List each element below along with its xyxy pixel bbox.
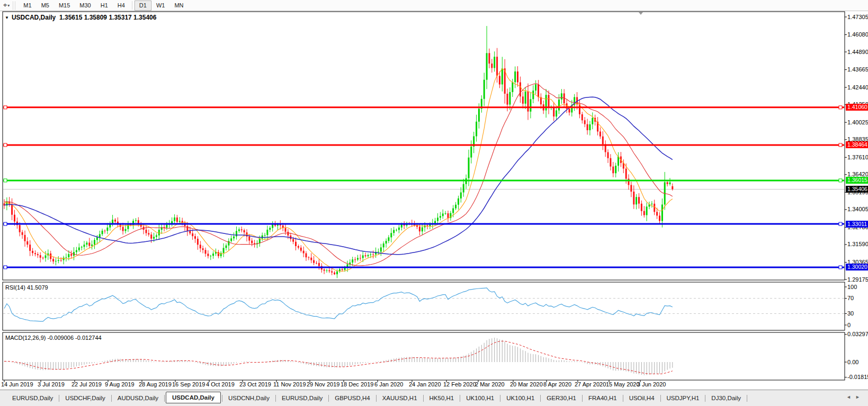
- main-pane-border: [3, 12, 845, 280]
- chart-tab-GER30-H1[interactable]: GER30,H1: [542, 393, 581, 403]
- price-tick-label: 1.43665: [847, 66, 868, 73]
- macd-pane-border: [3, 332, 845, 380]
- level-handle[interactable]: [839, 179, 842, 182]
- chart-tab-DJ30-Daily[interactable]: DJ30,Daily: [706, 393, 746, 403]
- price-tick-label: 1.42440: [847, 84, 868, 91]
- macd-scale-label: 0.032972: [847, 331, 868, 338]
- chart-tab-USDJPY-H1[interactable]: USDJPY,H1: [662, 393, 704, 403]
- date-label: 20 Mar 2020: [510, 381, 543, 387]
- tab-scroll-right-icon[interactable]: ►: [855, 394, 860, 400]
- price-level-label[interactable]: 1.36015: [846, 177, 868, 184]
- date-label: 29 Nov 2019: [307, 381, 339, 387]
- level-handle[interactable]: [4, 106, 7, 109]
- level-handle[interactable]: [4, 143, 7, 147]
- chart-shift-marker[interactable]: [639, 12, 643, 15]
- tab-separator: [376, 395, 377, 402]
- rsi-scale-label: 100: [847, 284, 857, 291]
- tab-separator: [705, 395, 705, 402]
- price-tick-label: 1.37610: [847, 154, 868, 161]
- tab-separator: [59, 395, 59, 402]
- level-handle[interactable]: [839, 266, 842, 269]
- tab-scroll-left-icon[interactable]: ◄: [846, 394, 851, 400]
- tab-separator: [275, 395, 276, 402]
- chart-tab-USOil-H4[interactable]: USOil,H4: [624, 393, 659, 403]
- date-label: 11 Nov 2019: [273, 381, 306, 387]
- chart-ohlc-values: 1.35615 1.35809 1.35317 1.35406: [59, 14, 157, 21]
- chart-tab-FRA40-H1[interactable]: FRA40,H1: [584, 393, 622, 403]
- chart-title: ▼USDCAD,Daily 1.35615 1.35809 1.35317 1.…: [5, 14, 156, 21]
- rsi-scale-label: 0: [847, 322, 851, 329]
- price-level-label[interactable]: 1.41060: [846, 104, 868, 111]
- date-label: 28 Aug 2019: [139, 381, 172, 387]
- date-label: 15 May 2020: [606, 381, 640, 387]
- chart-tab-USDCAD-Daily[interactable]: USDCAD,Daily: [166, 392, 221, 403]
- price-level-label[interactable]: 1.33011: [846, 221, 868, 228]
- macd-indicator-label: MACD(12,26,9) -0.009006 -0.012744: [5, 335, 102, 341]
- level-handle[interactable]: [839, 222, 842, 225]
- tab-scroll-arrows: ◄ ►: [846, 394, 860, 400]
- date-label: 12 Feb 2020: [443, 381, 476, 387]
- symbol-dropdown-icon[interactable]: ▼: [5, 15, 9, 20]
- date-label: 3 Jun 2020: [637, 381, 666, 387]
- chart-tab-AUDUSD-Daily[interactable]: AUDUSD,Daily: [113, 393, 163, 403]
- chart-tab-USDCHF-Daily[interactable]: USDCHF,Daily: [60, 393, 110, 403]
- rsi-scale-label: 70: [847, 295, 854, 302]
- tab-separator: [328, 395, 329, 402]
- chart-tab-UK100-H1[interactable]: UK100,H1: [502, 393, 539, 403]
- date-label: 18 Dec 2019: [341, 381, 373, 387]
- price-tick-label: 1.44890: [847, 49, 868, 56]
- chart-tab-EURUSD-Daily[interactable]: EURUSD,Daily: [277, 393, 327, 403]
- macd-scale-label: -0.018154: [847, 374, 868, 381]
- level-handle[interactable]: [4, 179, 7, 182]
- current-price-label: 1.35406: [846, 186, 868, 193]
- chart-tab-GBPUSD-H4[interactable]: GBPUSD,H4: [330, 393, 374, 403]
- date-label: 9 Aug 2019: [105, 381, 135, 387]
- chart-symbol-label: USDCAD,Daily: [12, 14, 56, 21]
- tab-separator: [660, 395, 661, 402]
- level-handle[interactable]: [839, 106, 842, 109]
- chart-tab-bar: EURUSD,DailyUSDCHF,DailyAUDUSD,DailyUSDC…: [0, 390, 868, 406]
- tab-separator: [222, 395, 222, 402]
- macd-scale-label: 0.00: [847, 359, 858, 366]
- date-label: 8 Apr 2020: [543, 381, 571, 387]
- date-label: 14 Jun 2019: [1, 381, 33, 387]
- date-label: 22 Jul 2019: [71, 381, 102, 387]
- chart-tab-HK50-H1[interactable]: HK50,H1: [425, 393, 459, 403]
- price-level-label[interactable]: 1.30020: [846, 264, 868, 270]
- price-tick-label: 1.29175: [847, 276, 868, 283]
- price-tick-label: 1.46080: [847, 31, 868, 38]
- date-label: 4 Oct 2019: [206, 381, 235, 387]
- tab-separator: [747, 395, 747, 402]
- chart-tab-USDCNH-Daily[interactable]: USDCNH,Daily: [223, 393, 274, 403]
- rsi-scale-label: 30: [847, 310, 854, 317]
- date-label: 23 Oct 2019: [239, 381, 271, 387]
- level-handle[interactable]: [4, 266, 7, 269]
- price-tick-label: 1.47305: [847, 14, 868, 21]
- chart-tab-UK100-H1[interactable]: UK100,H1: [461, 393, 499, 403]
- tab-separator: [500, 395, 500, 402]
- tab-separator: [460, 395, 460, 402]
- date-label: 24 Jan 2020: [409, 381, 441, 387]
- date-label: 3 Jul 2019: [38, 381, 65, 387]
- tab-separator: [111, 395, 112, 402]
- date-label: 16 Sep 2019: [172, 381, 205, 387]
- tab-separator: [540, 395, 541, 402]
- tab-separator: [164, 395, 165, 402]
- tab-separator: [423, 395, 424, 402]
- rsi-pane-border: [3, 282, 845, 330]
- chart-canvas[interactable]: [0, 0, 868, 406]
- tab-separator: [623, 395, 623, 402]
- date-label: 27 Apr 2020: [575, 381, 606, 387]
- tab-separator: [582, 395, 583, 402]
- rsi-indicator-label: RSI(14) 41.5079: [5, 284, 48, 291]
- price-tick-label: 1.40025: [847, 119, 868, 126]
- date-label: 6 Jan 2020: [374, 381, 403, 387]
- chart-tab-XAUUSD-H1[interactable]: XAUUSD,H1: [378, 393, 422, 403]
- level-handle[interactable]: [4, 222, 7, 225]
- price-level-label[interactable]: 1.38464: [846, 141, 868, 148]
- chart-tab-EURUSD-Daily[interactable]: EURUSD,Daily: [7, 393, 58, 403]
- date-label: 2 Mar 2020: [475, 381, 505, 387]
- price-tick-label: 1.31590: [847, 241, 868, 248]
- price-tick-label: 1.34005: [847, 206, 868, 213]
- level-handle[interactable]: [839, 143, 842, 147]
